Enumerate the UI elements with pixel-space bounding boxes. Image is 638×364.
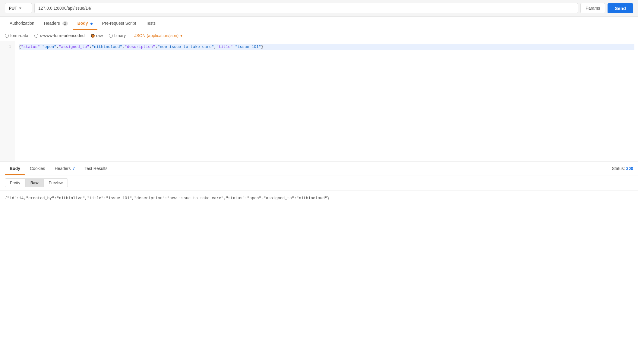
- code-area[interactable]: {"status":"open","assigned_to":"nithincl…: [15, 41, 638, 162]
- radio-binary[interactable]: [109, 34, 113, 38]
- send-button[interactable]: Send: [608, 3, 633, 13]
- headers-badge: 2: [62, 21, 68, 26]
- method-chevron-icon: [19, 8, 21, 9]
- status-area: Status: 200: [612, 162, 633, 175]
- format-raw-button[interactable]: Raw: [25, 178, 44, 187]
- line-numbers: 1: [0, 41, 15, 162]
- response-tab-body[interactable]: Body: [5, 162, 25, 175]
- option-binary[interactable]: binary: [109, 33, 126, 38]
- status-code: 200: [626, 166, 633, 171]
- option-form-data[interactable]: form-data: [5, 33, 28, 38]
- request-tabs-row: Authorization Headers 2 Body Pre-request…: [0, 17, 638, 30]
- radio-url-encoded[interactable]: [34, 34, 38, 38]
- tab-body[interactable]: Body: [73, 17, 97, 30]
- response-tab-test-results[interactable]: Test Results: [80, 162, 112, 175]
- response-tabs-left: Body Cookies Headers 7 Test Results: [5, 162, 112, 175]
- response-tabs-row: Body Cookies Headers 7 Test Results Stat…: [0, 162, 638, 175]
- format-pretty-button[interactable]: Pretty: [5, 178, 25, 187]
- response-headers-badge: 7: [72, 166, 75, 171]
- params-button[interactable]: Params: [580, 3, 605, 13]
- tab-pre-request-script[interactable]: Pre-request Script: [97, 17, 141, 30]
- code-editor: 1 {"status":"open","assigned_to":"nithin…: [0, 41, 638, 162]
- url-input[interactable]: [34, 3, 578, 13]
- option-raw[interactable]: raw: [91, 33, 103, 38]
- json-chevron-icon: ▾: [180, 33, 182, 38]
- body-options-row: form-data x-www-form-urlencoded raw bina…: [0, 30, 638, 41]
- request-bar: PUT Params Send: [0, 0, 638, 17]
- response-format-row: Pretty Raw Preview: [0, 175, 638, 190]
- method-text: PUT: [9, 6, 17, 11]
- body-dot: [90, 23, 93, 25]
- tab-headers[interactable]: Headers 2: [39, 17, 73, 30]
- response-tab-headers[interactable]: Headers 7: [50, 162, 80, 175]
- radio-form-data[interactable]: [5, 34, 9, 38]
- tab-authorization[interactable]: Authorization: [5, 17, 39, 30]
- option-url-encoded[interactable]: x-www-form-urlencoded: [34, 33, 85, 38]
- format-preview-button[interactable]: Preview: [44, 178, 68, 187]
- response-tab-cookies[interactable]: Cookies: [25, 162, 50, 175]
- code-line-1: {"status":"open","assigned_to":"nithincl…: [19, 44, 634, 50]
- json-type-selector[interactable]: JSON (application/json) ▾: [134, 33, 182, 38]
- response-section: Body Cookies Headers 7 Test Results Stat…: [0, 162, 638, 206]
- radio-raw[interactable]: [91, 34, 95, 38]
- response-body: {"id":14,"created_by":"nithinlive","titl…: [0, 190, 638, 206]
- method-selector[interactable]: PUT: [5, 3, 32, 13]
- tab-tests[interactable]: Tests: [141, 17, 160, 30]
- line-number-1: 1: [0, 44, 15, 50]
